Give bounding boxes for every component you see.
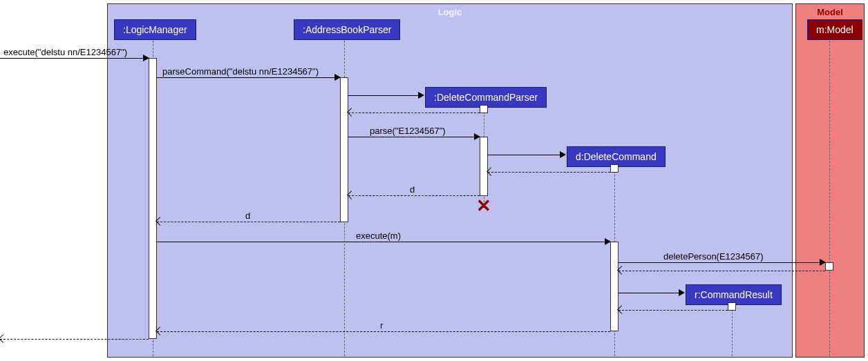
arrow-m8: [157, 331, 610, 332]
arrow-m1: [0, 58, 149, 59]
arrowhead-m7: [820, 259, 826, 266]
label-m7: deletePerson(E1234567): [663, 251, 764, 262]
arrow-m3: [348, 137, 480, 137]
label-m6: execute(m): [356, 231, 401, 241]
activation-dc-1: [610, 164, 619, 173]
arrow-return-dcp-create: [348, 113, 480, 113]
destroy-icon: ✕: [476, 195, 491, 217]
model-box-title: Model: [817, 7, 843, 17]
participant-logicmanager: :LogicManager: [114, 19, 196, 40]
activation-cr: [728, 302, 736, 311]
arrowhead-m2: [334, 74, 341, 81]
label-m3: parse("E1234567"): [370, 126, 446, 136]
label-m2: parseCommand("delstu nn/E1234567"): [162, 66, 319, 77]
arrow-return-dc-create: [488, 172, 610, 173]
logic-box-title: Logic: [438, 7, 462, 17]
arrow-m6: [157, 242, 610, 242]
activation-abparser: [340, 77, 348, 222]
arrow-m4: [348, 195, 480, 196]
participant-addressbookparser: :AddressBookParser: [294, 19, 400, 40]
model-box: Model: [795, 3, 865, 358]
label-m1: execute("delstu nn/E1234567"): [3, 47, 127, 57]
arrow-m2: [157, 77, 340, 78]
arrow-create-dcp: [348, 95, 423, 96]
arrowhead-m6: [605, 238, 611, 245]
arrowhead-final-return: [0, 334, 8, 343]
participant-model: m:Model: [807, 19, 862, 40]
activation-dcp-2: [480, 137, 488, 196]
arrow-create-cr: [619, 293, 683, 293]
label-m4: d: [410, 184, 415, 195]
activation-dcp-1: [480, 105, 488, 113]
lifeline-model: [829, 37, 830, 356]
arrowhead-create-dcp: [418, 92, 424, 99]
arrow-return-cr: [619, 310, 728, 311]
label-m8: r: [380, 320, 383, 331]
arrowhead-m3: [474, 133, 480, 140]
arrow-create-dc: [488, 155, 564, 155]
arrowhead-create-cr: [679, 289, 685, 296]
arrow-m7: [619, 262, 825, 263]
arrow-m5: [157, 222, 340, 222]
arrow-final-return: [0, 339, 149, 340]
activation-dc-2: [610, 242, 619, 331]
arrow-return-m7: [619, 271, 825, 271]
arrowhead-m1: [143, 55, 149, 61]
activation-model: [825, 262, 833, 271]
arrowhead-create-dc: [560, 151, 566, 158]
activation-logicmanager: [149, 58, 157, 339]
label-m5: d: [245, 211, 250, 221]
